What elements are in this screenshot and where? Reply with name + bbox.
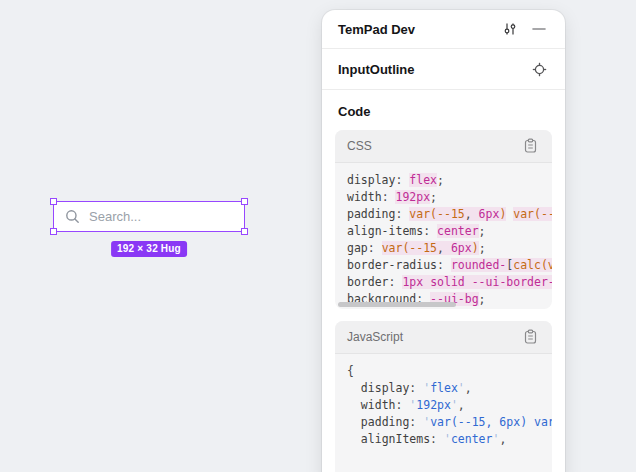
clipboard-copy-icon[interactable] <box>520 136 540 156</box>
panel-title: TemPad Dev <box>338 22 415 37</box>
css-block-header: CSS <box>335 130 552 163</box>
selection-handle-top-left[interactable] <box>50 198 57 205</box>
css-block-label: CSS <box>347 139 520 153</box>
css-code: display: flex;width: 192px;padding: var(… <box>335 163 552 309</box>
javascript-code: { display: 'flex', width: '192px', paddi… <box>335 354 552 472</box>
tempad-dev-panel: TemPad Dev InputOutline <box>322 10 565 472</box>
component-name: InputOutline <box>338 62 415 77</box>
search-placeholder: Search... <box>89 209 141 224</box>
javascript-block-label: JavaScript <box>347 330 520 344</box>
selection-handle-top-right[interactable] <box>241 198 248 205</box>
crosshair-locate-icon[interactable] <box>529 59 549 79</box>
code-section: Code CSS display: flex;width: 192px;padd… <box>322 90 565 472</box>
magnifier-icon <box>65 209 80 224</box>
sliders-icon[interactable] <box>500 19 520 39</box>
clipboard-copy-icon[interactable] <box>520 327 540 347</box>
minimize-icon[interactable] <box>529 19 549 39</box>
javascript-block-header: JavaScript <box>335 321 552 354</box>
canvas-search-input-element[interactable]: Search... <box>53 201 245 232</box>
size-badge: 192 × 32 Hug <box>111 241 187 257</box>
selection-handle-bottom-right[interactable] <box>241 228 248 235</box>
horizontal-scrollbar[interactable] <box>338 302 456 307</box>
selection-handle-bottom-left[interactable] <box>50 228 57 235</box>
javascript-code-block: JavaScript { display: 'flex', width: '19… <box>335 321 552 472</box>
selected-component-row: InputOutline <box>322 49 565 90</box>
css-code-block: CSS display: flex;width: 192px;padding: … <box>335 130 552 309</box>
panel-header: TemPad Dev <box>322 10 565 49</box>
code-section-title: Code <box>338 104 549 119</box>
